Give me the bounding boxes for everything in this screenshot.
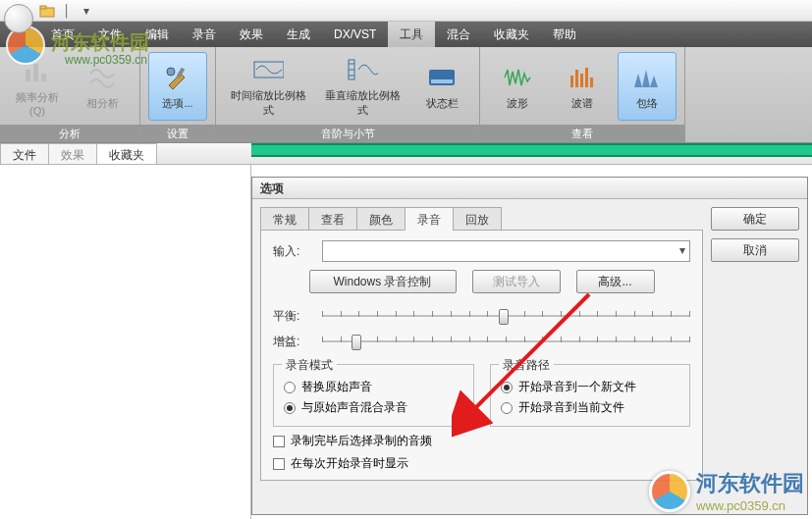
spectrum-icon — [567, 62, 598, 93]
svg-rect-2 — [26, 70, 30, 81]
svg-rect-7 — [254, 62, 284, 78]
btn-waveform[interactable]: 波形 — [488, 52, 547, 121]
gain-label: 增益: — [273, 334, 314, 350]
ribbon-group-settings: 选项... 设置 — [140, 47, 216, 142]
btn-time-scale[interactable]: 时间缩放比例格式 — [224, 52, 312, 121]
group-record-mode: 录音模式 替换原始声音 与原始声音混合录音 — [273, 364, 474, 427]
svg-rect-16 — [580, 74, 583, 87]
panel-tab-effect[interactable]: 效果 — [48, 143, 97, 164]
btn-statusbar[interactable]: 状态栏 — [412, 52, 471, 121]
tools-icon — [162, 62, 193, 93]
svg-rect-17 — [585, 68, 588, 87]
qat-folder[interactable] — [39, 3, 55, 19]
svg-rect-18 — [590, 78, 593, 87]
btn-vert-scale[interactable]: 垂直缩放比例格式 — [318, 52, 406, 121]
radio-new-file[interactable]: 开始录音到一个新文件 — [501, 379, 680, 395]
waveform-icon — [502, 62, 533, 93]
tab-view[interactable]: 查看 — [308, 207, 357, 231]
gain-slider[interactable] — [322, 333, 690, 350]
btn-advanced[interactable]: 高级... — [576, 270, 655, 293]
tab-recording-content: 输入: Windows 录音控制 测试导入 高级... 平衡: — [260, 231, 703, 481]
tab-playback[interactable]: 回放 — [453, 207, 502, 231]
group-record-path: 录音路径 开始录音到一个新文件 开始录音到当前文件 — [490, 364, 691, 427]
record-path-legend: 录音路径 — [499, 357, 554, 374]
check-select-after-record[interactable]: 录制完毕后选择录制的音频 — [273, 433, 690, 449]
v-scale-icon — [347, 54, 378, 85]
svg-rect-13 — [431, 79, 453, 83]
options-tabstrip: 常规 查看 颜色 录音 回放 — [260, 207, 703, 231]
menu-mix[interactable]: 混合 — [435, 22, 482, 47]
input-combo[interactable] — [322, 240, 690, 262]
svg-rect-15 — [575, 70, 578, 87]
watermark-logo-icon — [649, 471, 690, 512]
watermark-name: 河东软件园 — [696, 469, 804, 498]
balance-slider[interactable] — [322, 307, 690, 325]
svg-point-6 — [167, 68, 175, 76]
tab-color[interactable]: 颜色 — [356, 207, 406, 231]
btn-test-import[interactable]: 测试导入 — [472, 270, 561, 293]
input-label: 输入: — [273, 243, 314, 260]
svg-rect-3 — [33, 64, 38, 81]
side-panel-body — [0, 165, 251, 519]
btn-envelope[interactable]: 包络 — [618, 52, 677, 121]
menu-generate[interactable]: 生成 — [275, 22, 322, 47]
group-label-analyze: 分析 — [0, 125, 139, 142]
menu-dxvst[interactable]: DX/VST — [322, 22, 388, 47]
ribbon-group-scale: 时间缩放比例格式 垂直缩放比例格式 状态栏 音阶与小节 — [216, 47, 480, 142]
group-label-settings: 设置 — [140, 125, 215, 142]
watermark-url: www.pc0359.cn — [65, 53, 147, 67]
h-scale-icon — [252, 54, 284, 85]
group-label-scale: 音阶与小节 — [216, 125, 479, 142]
svg-rect-4 — [41, 74, 46, 81]
btn-options[interactable]: 选项... — [148, 52, 207, 121]
menu-effect[interactable]: 效果 — [228, 22, 275, 47]
panel-tab-file[interactable]: 文件 — [0, 143, 49, 164]
check-show-each-start[interactable]: 在每次开始录音时显示 — [273, 455, 690, 472]
qat-dropdown[interactable]: ▾ — [79, 3, 94, 19]
statusbar-icon — [426, 62, 458, 93]
menu-favorites[interactable]: 收藏夹 — [482, 22, 541, 47]
radio-replace-original[interactable]: 替换原始声音 — [284, 379, 463, 395]
record-mode-legend: 录音模式 — [282, 357, 337, 374]
title-bar: │ ▾ — [0, 0, 812, 22]
ribbon-group-view: 波形 波谱 包络 查看 — [480, 47, 685, 142]
app-orb[interactable] — [4, 4, 33, 33]
btn-ok[interactable]: 确定 — [711, 207, 799, 231]
btn-spectrum[interactable]: 波谱 — [553, 52, 612, 121]
menu-record[interactable]: 录音 — [181, 22, 228, 47]
dialog-title: 选项 — [252, 178, 807, 199]
menu-help[interactable]: 帮助 — [541, 22, 588, 47]
tab-recording[interactable]: 录音 — [405, 207, 454, 231]
panel-tab-favorites[interactable]: 收藏夹 — [96, 143, 157, 164]
envelope-icon — [631, 62, 663, 93]
svg-rect-14 — [570, 76, 573, 87]
btn-cancel[interactable]: 取消 — [711, 238, 799, 262]
options-dialog: 选项 常规 查看 颜色 录音 回放 输入: Windows 录音控制 测试导入 … — [251, 177, 808, 515]
balance-label: 平衡: — [273, 308, 314, 325]
watermark-name: 河东软件园 — [51, 29, 149, 56]
tab-general[interactable]: 常规 — [260, 207, 309, 231]
track-header-bar — [251, 143, 812, 157]
btn-windows-rec-control[interactable]: Windows 录音控制 — [309, 270, 457, 293]
group-label-view: 查看 — [480, 125, 684, 142]
watermark-bottom: 河东软件园 www.pc0359.cn — [649, 469, 804, 513]
qat-sep: │ — [59, 3, 75, 19]
menu-tools[interactable]: 工具 — [388, 22, 435, 47]
radio-current-file[interactable]: 开始录音到当前文件 — [501, 399, 680, 416]
watermark-url: www.pc0359.cn — [696, 498, 804, 513]
radio-mix-original[interactable]: 与原始声音混合录音 — [284, 399, 463, 416]
svg-rect-1 — [40, 6, 46, 9]
